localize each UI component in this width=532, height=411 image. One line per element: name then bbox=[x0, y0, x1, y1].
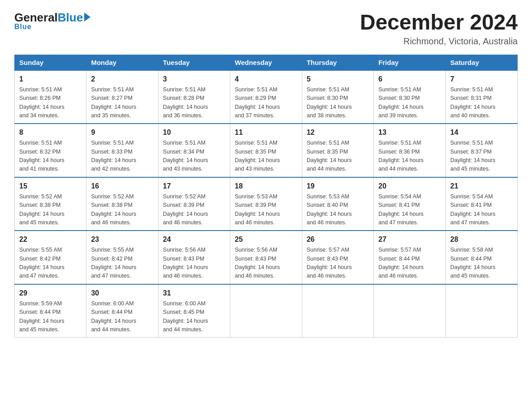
day-number: 11 bbox=[235, 127, 297, 138]
day-number: 2 bbox=[91, 74, 153, 85]
day-info: Sunrise: 5:55 AMSunset: 8:42 PMDaylight:… bbox=[91, 246, 153, 281]
calendar-cell: 31Sunrise: 6:00 AMSunset: 8:45 PMDayligh… bbox=[158, 284, 230, 338]
day-info: Sunrise: 5:51 AMSunset: 8:35 PMDaylight:… bbox=[235, 139, 297, 174]
calendar-cell: 10Sunrise: 5:51 AMSunset: 8:34 PMDayligh… bbox=[158, 124, 230, 177]
calendar-cell: 16Sunrise: 5:52 AMSunset: 8:38 PMDayligh… bbox=[86, 177, 158, 231]
calendar-cell: 13Sunrise: 5:51 AMSunset: 8:36 PMDayligh… bbox=[374, 124, 446, 177]
day-number: 26 bbox=[307, 234, 369, 245]
header-friday: Friday bbox=[374, 55, 446, 70]
day-info: Sunrise: 5:56 AMSunset: 8:43 PMDaylight:… bbox=[235, 246, 297, 281]
calendar-subtitle: Richmond, Victoria, Australia bbox=[360, 36, 518, 47]
week-row-3: 15Sunrise: 5:52 AMSunset: 8:38 PMDayligh… bbox=[15, 177, 518, 231]
week-row-2: 8Sunrise: 5:51 AMSunset: 8:32 PMDaylight… bbox=[15, 124, 518, 177]
day-number: 23 bbox=[91, 234, 153, 245]
day-info: Sunrise: 5:51 AMSunset: 8:35 PMDaylight:… bbox=[307, 139, 369, 174]
day-number: 22 bbox=[19, 234, 82, 245]
day-info: Sunrise: 5:57 AMSunset: 8:44 PMDaylight:… bbox=[378, 246, 441, 281]
day-number: 27 bbox=[378, 234, 441, 245]
calendar-cell: 14Sunrise: 5:51 AMSunset: 8:37 PMDayligh… bbox=[446, 124, 517, 177]
calendar-cell: 11Sunrise: 5:51 AMSunset: 8:35 PMDayligh… bbox=[230, 124, 302, 177]
calendar-cell bbox=[230, 284, 302, 338]
day-number: 16 bbox=[91, 181, 153, 192]
day-number: 12 bbox=[307, 127, 369, 138]
calendar-cell: 12Sunrise: 5:51 AMSunset: 8:35 PMDayligh… bbox=[302, 124, 373, 177]
day-info: Sunrise: 5:51 AMSunset: 8:26 PMDaylight:… bbox=[19, 86, 82, 120]
calendar-cell: 2Sunrise: 5:51 AMSunset: 8:27 PMDaylight… bbox=[86, 70, 158, 124]
day-info: Sunrise: 6:00 AMSunset: 8:45 PMDaylight:… bbox=[163, 300, 225, 334]
day-info: Sunrise: 5:52 AMSunset: 8:39 PMDaylight:… bbox=[163, 193, 225, 227]
logo-blue-text: Blue bbox=[58, 11, 83, 25]
day-number: 17 bbox=[163, 181, 225, 192]
day-number: 20 bbox=[378, 181, 441, 192]
calendar-table: SundayMondayTuesdayWednesdayThursdayFrid… bbox=[14, 55, 518, 338]
day-number: 19 bbox=[307, 181, 369, 192]
day-number: 18 bbox=[235, 181, 297, 192]
calendar-cell bbox=[374, 284, 446, 338]
day-info: Sunrise: 5:53 AMSunset: 8:40 PMDaylight:… bbox=[307, 193, 369, 227]
calendar-cell: 25Sunrise: 5:56 AMSunset: 8:43 PMDayligh… bbox=[230, 231, 302, 284]
title-section: December 2024 Richmond, Victoria, Austra… bbox=[360, 11, 518, 47]
logo-arrow-icon bbox=[84, 13, 90, 21]
calendar-cell: 24Sunrise: 5:56 AMSunset: 8:43 PMDayligh… bbox=[158, 231, 230, 284]
day-info: Sunrise: 5:51 AMSunset: 8:30 PMDaylight:… bbox=[307, 86, 369, 120]
day-number: 8 bbox=[19, 127, 82, 138]
day-info: Sunrise: 5:51 AMSunset: 8:27 PMDaylight:… bbox=[91, 86, 153, 120]
day-info: Sunrise: 5:56 AMSunset: 8:43 PMDaylight:… bbox=[163, 246, 225, 281]
calendar-cell: 6Sunrise: 5:51 AMSunset: 8:30 PMDaylight… bbox=[374, 70, 446, 124]
header-thursday: Thursday bbox=[302, 55, 373, 70]
day-number: 25 bbox=[235, 234, 297, 245]
day-info: Sunrise: 5:51 AMSunset: 8:33 PMDaylight:… bbox=[91, 139, 153, 174]
day-info: Sunrise: 5:54 AMSunset: 8:41 PMDaylight:… bbox=[378, 193, 441, 227]
calendar-cell: 30Sunrise: 6:00 AMSunset: 8:44 PMDayligh… bbox=[86, 284, 158, 338]
day-info: Sunrise: 5:51 AMSunset: 8:36 PMDaylight:… bbox=[378, 139, 441, 174]
day-number: 24 bbox=[163, 234, 225, 245]
day-info: Sunrise: 5:55 AMSunset: 8:42 PMDaylight:… bbox=[19, 246, 82, 281]
calendar-cell: 20Sunrise: 5:54 AMSunset: 8:41 PMDayligh… bbox=[374, 177, 446, 231]
page-header: General Blue Blue December 2024 Richmond… bbox=[14, 11, 518, 47]
calendar-cell: 29Sunrise: 5:59 AMSunset: 8:44 PMDayligh… bbox=[15, 284, 86, 338]
week-row-5: 29Sunrise: 5:59 AMSunset: 8:44 PMDayligh… bbox=[15, 284, 518, 338]
day-info: Sunrise: 5:59 AMSunset: 8:44 PMDaylight:… bbox=[19, 300, 82, 334]
day-info: Sunrise: 5:52 AMSunset: 8:38 PMDaylight:… bbox=[91, 193, 153, 227]
day-number: 5 bbox=[307, 74, 369, 85]
day-number: 15 bbox=[19, 181, 82, 192]
day-info: Sunrise: 5:57 AMSunset: 8:43 PMDaylight:… bbox=[307, 246, 369, 281]
day-number: 28 bbox=[450, 234, 513, 245]
day-info: Sunrise: 5:51 AMSunset: 8:34 PMDaylight:… bbox=[163, 139, 225, 174]
day-number: 29 bbox=[19, 288, 82, 299]
week-row-4: 22Sunrise: 5:55 AMSunset: 8:42 PMDayligh… bbox=[15, 231, 518, 284]
calendar-cell: 26Sunrise: 5:57 AMSunset: 8:43 PMDayligh… bbox=[302, 231, 373, 284]
day-number: 6 bbox=[378, 74, 441, 85]
calendar-cell: 3Sunrise: 5:51 AMSunset: 8:28 PMDaylight… bbox=[158, 70, 230, 124]
calendar-cell: 18Sunrise: 5:53 AMSunset: 8:39 PMDayligh… bbox=[230, 177, 302, 231]
day-number: 1 bbox=[19, 74, 82, 85]
day-info: Sunrise: 5:51 AMSunset: 8:31 PMDaylight:… bbox=[450, 86, 513, 120]
day-number: 31 bbox=[163, 288, 225, 299]
calendar-cell: 8Sunrise: 5:51 AMSunset: 8:32 PMDaylight… bbox=[15, 124, 86, 177]
logo-underline: Blue bbox=[14, 23, 32, 31]
calendar-cell bbox=[302, 284, 373, 338]
calendar-cell: 7Sunrise: 5:51 AMSunset: 8:31 PMDaylight… bbox=[446, 70, 517, 124]
header-saturday: Saturday bbox=[446, 55, 517, 70]
day-info: Sunrise: 6:00 AMSunset: 8:44 PMDaylight:… bbox=[91, 300, 153, 334]
day-info: Sunrise: 5:51 AMSunset: 8:29 PMDaylight:… bbox=[235, 86, 297, 120]
calendar-cell: 21Sunrise: 5:54 AMSunset: 8:41 PMDayligh… bbox=[446, 177, 517, 231]
logo: General Blue Blue bbox=[14, 11, 90, 31]
calendar-title: December 2024 bbox=[360, 11, 518, 34]
day-number: 30 bbox=[91, 288, 153, 299]
calendar-cell: 9Sunrise: 5:51 AMSunset: 8:33 PMDaylight… bbox=[86, 124, 158, 177]
day-info: Sunrise: 5:58 AMSunset: 8:44 PMDaylight:… bbox=[450, 246, 513, 281]
day-info: Sunrise: 5:51 AMSunset: 8:32 PMDaylight:… bbox=[19, 139, 82, 174]
day-number: 4 bbox=[235, 74, 297, 85]
day-number: 13 bbox=[378, 127, 441, 138]
calendar-cell: 28Sunrise: 5:58 AMSunset: 8:44 PMDayligh… bbox=[446, 231, 517, 284]
calendar-cell: 1Sunrise: 5:51 AMSunset: 8:26 PMDaylight… bbox=[15, 70, 86, 124]
calendar-cell: 27Sunrise: 5:57 AMSunset: 8:44 PMDayligh… bbox=[374, 231, 446, 284]
day-number: 10 bbox=[163, 127, 225, 138]
calendar-cell: 17Sunrise: 5:52 AMSunset: 8:39 PMDayligh… bbox=[158, 177, 230, 231]
calendar-cell: 22Sunrise: 5:55 AMSunset: 8:42 PMDayligh… bbox=[15, 231, 86, 284]
calendar-cell: 5Sunrise: 5:51 AMSunset: 8:30 PMDaylight… bbox=[302, 70, 373, 124]
day-number: 3 bbox=[163, 74, 225, 85]
day-number: 14 bbox=[450, 127, 513, 138]
week-row-1: 1Sunrise: 5:51 AMSunset: 8:26 PMDaylight… bbox=[15, 70, 518, 124]
